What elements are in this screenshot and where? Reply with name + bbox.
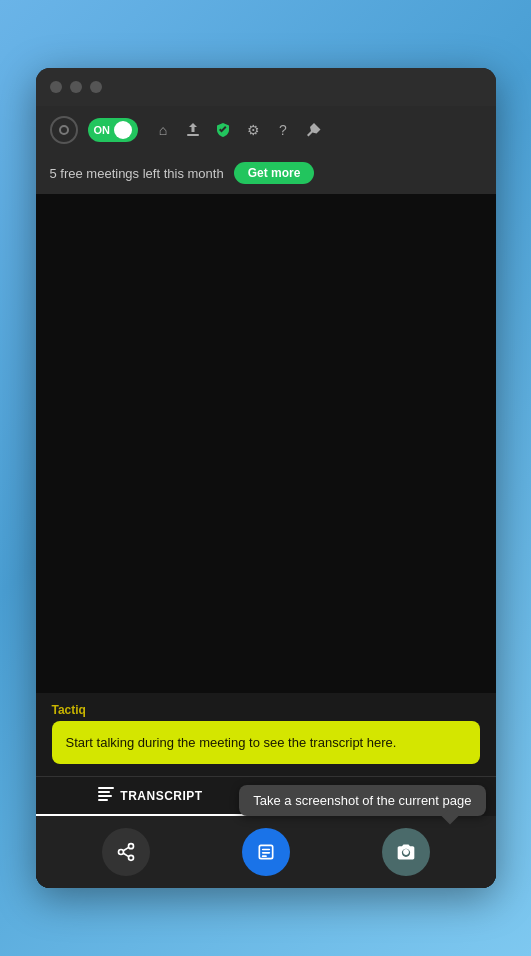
get-more-button[interactable]: Get more — [234, 162, 315, 184]
transcript-tab-icon — [98, 787, 114, 804]
toggle-circle — [114, 121, 132, 139]
svg-rect-13 — [261, 849, 269, 851]
record-dot — [59, 125, 69, 135]
svg-rect-15 — [261, 855, 266, 857]
bottom-section: Tactiq Start talking during the meeting … — [36, 693, 496, 888]
svg-point-9 — [128, 855, 133, 860]
tab-transcript-label: TRANSCRIPT — [120, 789, 202, 803]
traffic-light-close — [50, 81, 62, 93]
toggle-label: ON — [94, 124, 111, 136]
browser-content: ON ⌂ ⚙ ? — [36, 106, 496, 888]
svg-rect-3 — [98, 795, 112, 797]
on-off-toggle[interactable]: ON — [88, 118, 139, 142]
svg-rect-2 — [98, 791, 110, 793]
notes-action-button[interactable] — [242, 828, 290, 876]
record-button[interactable] — [50, 116, 78, 144]
toolbar-icons: ⌂ ⚙ ? — [152, 119, 324, 141]
shield-icon[interactable] — [212, 119, 234, 141]
svg-line-10 — [123, 847, 128, 850]
free-meetings-banner: 5 free meetings left this month Get more — [36, 154, 496, 194]
action-bar: Take a screenshot of the current page — [36, 816, 496, 888]
transcript-placeholder-box: Start talking during the meeting to see … — [52, 721, 480, 764]
svg-rect-0 — [187, 134, 199, 136]
browser-titlebar — [36, 68, 496, 106]
banner-text: 5 free meetings left this month — [50, 166, 224, 181]
main-content-area — [36, 194, 496, 693]
home-icon[interactable]: ⌂ — [152, 119, 174, 141]
svg-point-8 — [118, 850, 123, 855]
brand-label: Tactiq — [36, 693, 496, 721]
svg-rect-14 — [261, 852, 269, 854]
tab-transcript[interactable]: TRANSCRIPT — [36, 777, 266, 816]
svg-rect-1 — [98, 787, 114, 789]
browser-window: ON ⌂ ⚙ ? — [36, 68, 496, 888]
toolbar: ON ⌂ ⚙ ? — [36, 106, 496, 154]
svg-line-11 — [123, 853, 128, 856]
svg-point-7 — [128, 844, 133, 849]
screenshot-tooltip: Take a screenshot of the current page — [239, 785, 485, 816]
help-icon[interactable]: ? — [272, 119, 294, 141]
upload-icon[interactable] — [182, 119, 204, 141]
traffic-light-maximize — [90, 81, 102, 93]
pin-icon[interactable] — [302, 119, 324, 141]
settings-icon[interactable]: ⚙ — [242, 119, 264, 141]
transcript-placeholder-text: Start talking during the meeting to see … — [66, 735, 397, 750]
screenshot-button[interactable] — [382, 828, 430, 876]
svg-rect-4 — [98, 799, 108, 801]
share-button[interactable] — [102, 828, 150, 876]
traffic-light-minimize — [70, 81, 82, 93]
